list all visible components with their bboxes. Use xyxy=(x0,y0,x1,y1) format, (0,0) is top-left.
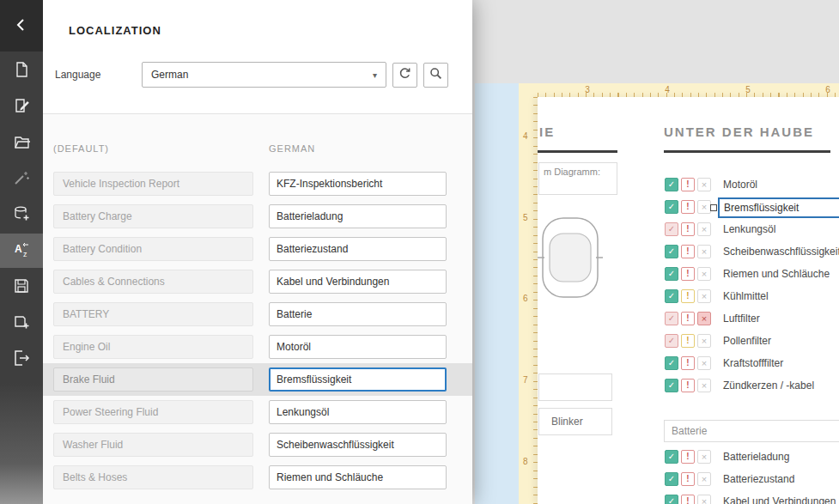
check-fail-icon[interactable] xyxy=(697,356,711,370)
check-warn-icon[interactable] xyxy=(681,200,695,214)
report-label[interactable]: Pollenfilter xyxy=(723,335,771,347)
edit-report-button[interactable] xyxy=(0,89,43,124)
check-ok-icon[interactable] xyxy=(665,289,678,303)
ruler-number: 4 xyxy=(665,85,670,94)
magic-wand-icon xyxy=(13,169,30,189)
localization-row[interactable]: Vehicle Inspection Report xyxy=(43,167,472,200)
localization-button[interactable]: Az xyxy=(0,234,43,268)
check-fail-icon[interactable] xyxy=(697,200,711,214)
check-fail-icon[interactable] xyxy=(697,379,711,392)
check-ok-icon[interactable] xyxy=(665,200,678,214)
translation-input[interactable] xyxy=(269,270,447,294)
check-fail-icon[interactable] xyxy=(697,222,711,236)
translation-input[interactable] xyxy=(269,237,447,261)
save-button[interactable] xyxy=(0,270,43,304)
check-warn-icon[interactable] xyxy=(681,356,695,370)
diagram-caption[interactable]: m Diagramm: xyxy=(538,162,617,195)
check-warn-icon[interactable] xyxy=(681,245,695,258)
check-ok-icon[interactable] xyxy=(665,267,678,281)
selected-report-control[interactable]: Bremsflüssigkeit xyxy=(718,197,839,218)
car-diagram[interactable] xyxy=(538,213,603,307)
check-ok-icon[interactable] xyxy=(665,312,678,325)
localization-row[interactable]: BATTERY xyxy=(43,298,472,331)
refresh-button[interactable] xyxy=(392,63,417,88)
localization-row[interactable]: Engine Oil xyxy=(43,331,472,363)
localization-row-selected[interactable]: Brake Fluid xyxy=(43,363,472,396)
translation-input[interactable] xyxy=(269,335,447,359)
localization-row[interactable]: Battery Charge xyxy=(43,200,472,233)
check-fail-icon[interactable] xyxy=(697,334,711,348)
battery-section-header[interactable]: Batterie xyxy=(664,420,839,442)
check-ok-icon[interactable] xyxy=(665,495,678,504)
localization-row[interactable]: Cables & Connections xyxy=(43,265,472,298)
check-fail-icon[interactable] xyxy=(697,289,711,303)
translation-input[interactable] xyxy=(269,400,447,424)
new-document-button[interactable] xyxy=(0,53,43,88)
report-label[interactable]: Kühlmittel xyxy=(723,290,769,302)
translation-input[interactable] xyxy=(269,433,447,457)
report-label[interactable]: Kraftstofffilter xyxy=(723,357,783,369)
report-label[interactable]: Scheibenwaschflüssigkeit xyxy=(723,246,839,258)
report-label[interactable]: Motoröl xyxy=(723,179,757,191)
report-label[interactable]: Lenkungsöl xyxy=(723,223,775,235)
report-label[interactable]: Riemen und Schläuche xyxy=(723,268,830,280)
check-ok-icon[interactable] xyxy=(665,356,678,370)
translation-input[interactable] xyxy=(269,204,447,228)
blinker-label[interactable]: Blinker xyxy=(538,408,612,435)
check-warn-icon[interactable] xyxy=(681,312,695,325)
localization-row[interactable]: Battery Condition xyxy=(43,233,472,265)
check-warn-icon[interactable] xyxy=(681,379,695,392)
language-dropdown[interactable]: German ▾ xyxy=(142,62,386,88)
check-ok-icon[interactable] xyxy=(665,472,678,486)
translation-input[interactable] xyxy=(269,172,447,196)
open-folder-icon xyxy=(13,133,30,153)
default-string-label: Vehicle Inspection Report xyxy=(53,172,253,196)
check-warn-icon[interactable] xyxy=(681,289,695,303)
check-warn-icon[interactable] xyxy=(681,222,695,236)
check-warn-icon[interactable] xyxy=(681,178,695,191)
localization-row[interactable]: Power Steering Fluid xyxy=(43,396,472,428)
search-button[interactable] xyxy=(423,63,448,88)
translation-input-focused[interactable] xyxy=(269,367,447,392)
back-button[interactable] xyxy=(0,0,43,52)
report-label[interactable]: Luftfilter xyxy=(723,313,760,325)
check-ok-icon[interactable] xyxy=(665,245,678,258)
horizontal-ruler: 3 4 5 6 xyxy=(519,83,839,97)
check-fail-icon[interactable] xyxy=(697,267,711,281)
document-edit-icon xyxy=(13,97,30,117)
report-label[interactable]: Kabel und Verbindungen xyxy=(723,495,836,504)
report-wizard-button[interactable] xyxy=(0,161,43,196)
check-warn-icon[interactable] xyxy=(681,450,695,464)
check-ok-icon[interactable] xyxy=(665,450,678,464)
check-warn-icon[interactable] xyxy=(681,472,695,486)
check-fail-icon[interactable] xyxy=(697,178,711,191)
check-fail-icon[interactable] xyxy=(697,450,711,464)
language-row: Language German ▾ xyxy=(53,62,448,88)
save-as-button[interactable] xyxy=(0,306,43,340)
check-fail-icon[interactable] xyxy=(697,245,711,258)
report-field-box[interactable] xyxy=(538,373,612,401)
localization-row[interactable]: Belts & Hoses xyxy=(43,461,472,494)
check-ok-icon[interactable] xyxy=(665,178,678,191)
check-ok-icon[interactable] xyxy=(665,334,678,348)
check-fail-icon[interactable] xyxy=(697,312,711,325)
report-label[interactable]: Batteriezustand xyxy=(723,473,794,485)
translation-input[interactable] xyxy=(269,465,447,489)
check-warn-icon[interactable] xyxy=(681,334,695,348)
resize-handle[interactable] xyxy=(710,204,717,211)
check-warn-icon[interactable] xyxy=(681,267,695,281)
ruler-number: 3 xyxy=(585,85,590,94)
translation-input[interactable] xyxy=(269,302,447,326)
check-fail-icon[interactable] xyxy=(697,472,711,486)
check-ok-icon[interactable] xyxy=(665,222,678,236)
report-label[interactable]: Zündkerzen / -kabel xyxy=(723,380,814,392)
check-warn-icon[interactable] xyxy=(681,495,695,504)
section-heading-right[interactable]: UNTER DER HAUBE xyxy=(664,124,814,139)
check-ok-icon[interactable] xyxy=(665,379,678,392)
open-report-button[interactable] xyxy=(0,125,43,160)
add-datasource-button[interactable] xyxy=(0,197,43,232)
check-fail-icon[interactable] xyxy=(697,495,711,504)
exit-button[interactable] xyxy=(0,342,43,376)
localization-row[interactable]: Washer Fluid xyxy=(43,428,472,461)
report-label[interactable]: Batterieladung xyxy=(723,451,789,463)
